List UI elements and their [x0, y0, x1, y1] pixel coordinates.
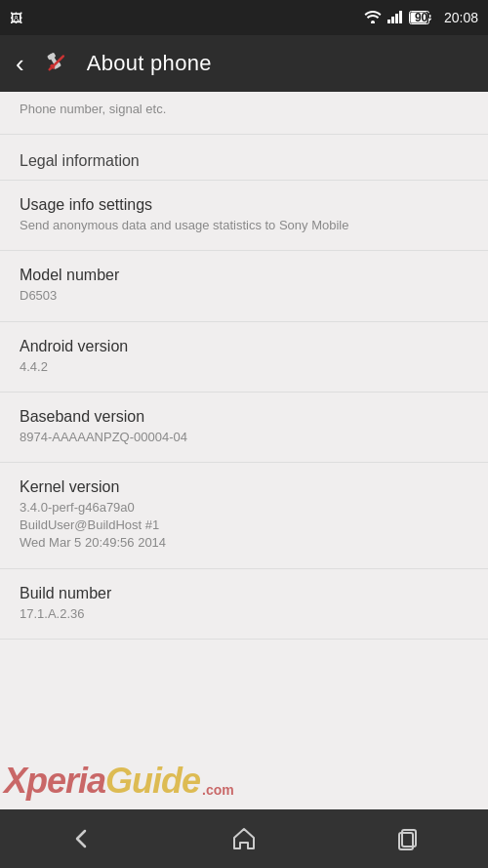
baseband-version-value: 8974-AAAAANPZQ-00004-04	[20, 429, 468, 446]
android-version-value: 4.4.2	[20, 358, 468, 376]
battery-icon: 90%	[409, 11, 438, 24]
wifi-icon	[364, 10, 382, 26]
section-header-legal: Legal information	[0, 135, 488, 181]
svg-rect-1	[387, 20, 390, 23]
status-bar-right: 90% 20:08	[364, 10, 478, 26]
list-item-build-number[interactable]: Build number 17.1.A.2.36	[0, 569, 488, 640]
svg-rect-3	[395, 14, 398, 23]
model-number-value: D6503	[20, 287, 468, 305]
list-item-android-version[interactable]: Android version 4.4.2	[0, 322, 488, 393]
nav-bar	[0, 809, 488, 868]
list-item-baseband-version[interactable]: Baseband version 8974-AAAAANPZQ-00004-04	[0, 393, 488, 463]
svg-point-0	[371, 21, 375, 23]
status-bar: 🖼 90% 20:08	[0, 0, 488, 35]
svg-rect-2	[391, 17, 394, 23]
build-number-title: Build number	[20, 585, 468, 602]
toolbar: ‹ About phone	[0, 35, 488, 92]
content-area: Phone number, signal etc. Legal informat…	[0, 92, 488, 809]
home-nav-button[interactable]	[205, 809, 283, 868]
battery-percent: 90%	[415, 11, 438, 24]
signal-icon	[387, 10, 403, 26]
settings-icon	[38, 46, 73, 81]
partial-item-subtitle: Phone number, signal etc.	[20, 102, 166, 116]
kernel-version-value: 3.4.0-perf-g46a79a0 BuildUser@BuildHost …	[20, 499, 468, 553]
page-title: About phone	[87, 51, 212, 76]
model-number-title: Model number	[20, 267, 468, 284]
recent-nav-button[interactable]	[368, 809, 446, 868]
build-number-value: 17.1.A.2.36	[20, 605, 468, 623]
photo-icon: 🖼	[10, 11, 22, 25]
android-version-title: Android version	[20, 338, 468, 355]
back-nav-button[interactable]	[42, 809, 120, 868]
back-button[interactable]: ‹	[16, 49, 24, 79]
svg-rect-4	[399, 11, 402, 23]
status-time: 20:08	[444, 10, 478, 25]
list-item-usage-info[interactable]: Usage info settings Send anonymous data …	[0, 181, 488, 251]
list-item-kernel-version[interactable]: Kernel version 3.4.0-perf-g46a79a0 Build…	[0, 463, 488, 569]
kernel-version-title: Kernel version	[20, 478, 468, 496]
baseband-version-title: Baseband version	[20, 408, 468, 426]
section-header-label: Legal information	[20, 152, 140, 169]
status-bar-left: 🖼	[10, 11, 22, 25]
list-item-partial[interactable]: Phone number, signal etc.	[0, 92, 488, 135]
list-item-model-number[interactable]: Model number D6503	[0, 251, 488, 321]
usage-info-title: Usage info settings	[20, 196, 468, 214]
usage-info-subtitle: Send anonymous data and usage statistics…	[20, 217, 468, 234]
